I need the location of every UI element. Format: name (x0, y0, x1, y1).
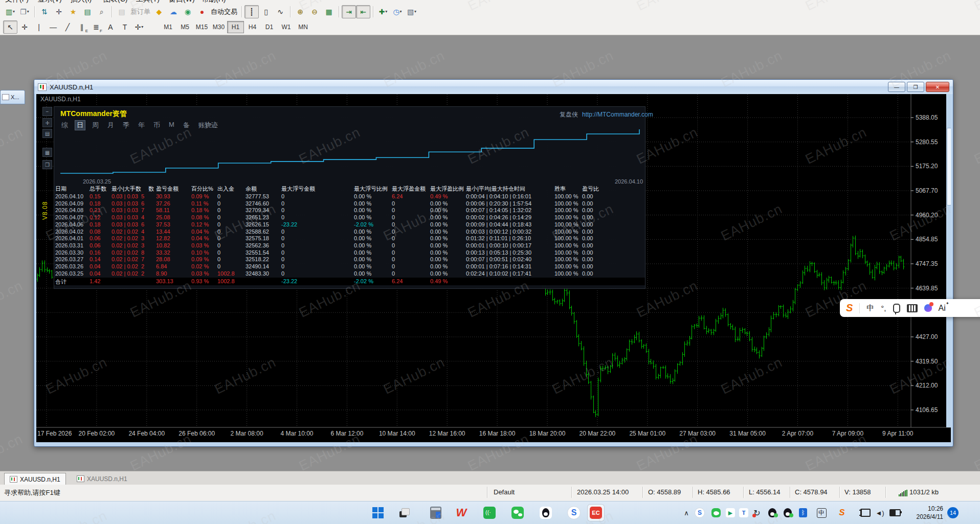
chart-tab[interactable]: XAUUSD.n,H1 (4, 473, 66, 486)
indicators-button[interactable]: ✚▾ (376, 5, 390, 18)
panel-grid-button[interactable]: ▤ (42, 129, 52, 138)
chart-line-button[interactable]: ∿ (273, 5, 287, 18)
panel-move-button[interactable]: ✛ (42, 118, 52, 127)
brand-url[interactable]: http://MTCommander.com (582, 111, 653, 118)
chart-shift-button[interactable]: ⇤ (356, 5, 370, 18)
equidistant-channel-tool[interactable]: ∥E (75, 20, 89, 34)
chart-scrollbar[interactable] (946, 94, 951, 427)
auto-scroll-button[interactable]: ⇥ (342, 5, 356, 18)
vertical-line-tool[interactable]: | (32, 20, 46, 34)
timeframe-m5[interactable]: M5 (176, 21, 193, 33)
panel-layout-button[interactable]: ▦ (42, 148, 52, 157)
restore-button[interactable]: ❐ (907, 82, 924, 92)
punctuation-icon[interactable]: °, (881, 304, 886, 312)
taskbar-app-docer-icon[interactable] (481, 504, 498, 521)
taskbar-app-wechat-icon[interactable] (509, 504, 526, 521)
menu-item[interactable]: 窗口(W) (169, 0, 195, 4)
taskbar-app-sogou-browser-icon[interactable]: S (565, 504, 583, 521)
panel-menu-item-日[interactable]: 日 (75, 120, 85, 130)
tray-qq-icon[interactable] (766, 504, 778, 521)
menu-item[interactable]: 图表(C) (103, 0, 127, 4)
menu-item[interactable]: 文件(F) (5, 0, 29, 4)
signals-button[interactable]: ◉ (181, 5, 195, 18)
periods-button[interactable]: ◷▾ (390, 5, 405, 18)
sogou-tools-icon[interactable] (924, 304, 932, 312)
crosshair-tool[interactable]: ✛ (17, 20, 32, 34)
minimized-chart-window[interactable]: X... (0, 90, 25, 104)
taskbar-app-task-view-icon[interactable] (396, 504, 413, 521)
arrows-tool[interactable]: ✢▾ (132, 20, 146, 34)
panel-menu-item-月[interactable]: 月 (105, 120, 116, 130)
timeframe-m30[interactable]: M30 (210, 21, 227, 33)
timeframe-m15[interactable]: M15 (193, 21, 210, 33)
timeframe-d1[interactable]: D1 (261, 21, 278, 33)
new-chart-button[interactable]: ▥▾ (3, 5, 17, 18)
chart-window-titlebar[interactable]: XAUUSD.n,H1 — ❐ ✕ (34, 80, 953, 94)
notification-badge[interactable]: 14 (947, 507, 959, 518)
panel-menu-item-币[interactable]: 币 (151, 120, 162, 130)
panel-menu-item-账户[interactable]: 账户 (196, 120, 214, 130)
timeframe-h1[interactable]: H1 (227, 21, 244, 33)
tray-thunder-icon[interactable]: T (738, 504, 750, 521)
tray-qq2-icon[interactable] (782, 504, 794, 521)
trendline-tool[interactable]: ╱ (60, 20, 75, 34)
clock[interactable]: 10:26 2026/4/11 (906, 505, 943, 521)
navigator-button[interactable]: ★ (66, 5, 80, 18)
minimize-button[interactable]: — (888, 82, 905, 92)
ime-mode-icon[interactable]: 中 (866, 303, 874, 313)
scrollbar-thumb[interactable] (947, 128, 951, 206)
timeframe-h4[interactable]: H4 (244, 21, 261, 33)
keyboard-icon[interactable] (907, 304, 918, 312)
tray-speaker-icon[interactable]: ◄) (874, 504, 886, 521)
ai-assistant-icon[interactable]: Ai (939, 304, 946, 313)
tray-player-icon[interactable]: ▶ (724, 504, 737, 521)
chart-candles-button[interactable]: ▯ (259, 5, 273, 18)
taskbar-app-wps-icon[interactable]: W (453, 504, 470, 521)
timeframe-w1[interactable]: W1 (278, 21, 295, 33)
panel-menu-item-周[interactable]: 周 (90, 120, 101, 130)
panel-menu-item-综[interactable]: 综 (59, 120, 70, 130)
auto-trading-button[interactable]: ● (195, 5, 209, 18)
tray-monitor-icon[interactable] (859, 504, 872, 521)
text-label-tool[interactable]: T (118, 20, 132, 34)
chart-bars-button[interactable]: ┋ (244, 5, 259, 18)
market-watch-button[interactable]: ⇅ (37, 5, 52, 18)
menu-item[interactable]: 插入(I) (71, 0, 92, 4)
fibonacci-tool[interactable]: ≣F (89, 20, 103, 34)
templates-button[interactable]: ▧▾ (405, 5, 419, 18)
menu-item[interactable]: 显示(V) (38, 0, 62, 4)
tray-sogou-input-icon[interactable]: S (836, 504, 848, 521)
timeframe-m1[interactable]: M1 (160, 21, 176, 33)
publish-button[interactable]: ☁ (166, 5, 181, 18)
profiles-button[interactable]: ❐▾ (17, 5, 32, 18)
tray-sogou-browser-icon[interactable]: S (694, 504, 706, 521)
panel-menu-item-季[interactable]: 季 (121, 120, 131, 130)
tray-wechat-icon[interactable] (710, 504, 722, 521)
data-window-button[interactable]: ✛ (52, 5, 66, 18)
cursor-tool[interactable]: ↖ (3, 20, 17, 34)
close-button[interactable]: ✕ (926, 82, 949, 92)
zoom-in-button[interactable]: ⊕ (293, 5, 307, 18)
tray-sync-icon[interactable]: ↻ (751, 504, 763, 521)
menu-item[interactable]: 工具(T) (136, 0, 160, 4)
panel-menu-item-年[interactable]: 年 (136, 120, 147, 130)
taskbar-app-calculator-icon[interactable] (427, 504, 444, 521)
microphone-icon[interactable] (893, 304, 900, 313)
new-order-button-label[interactable]: 新订单 (130, 7, 150, 16)
zoom-out-button[interactable]: ⊖ (307, 5, 322, 18)
tray-ime-mode-icon[interactable]: 中 (815, 504, 828, 521)
taskbar-app-qq-icon[interactable] (537, 504, 554, 521)
taskbar-app-ec-icon[interactable]: EC (587, 504, 605, 521)
terminal-button[interactable]: ▤ (80, 5, 95, 18)
timeframe-mn[interactable]: MN (295, 21, 311, 33)
panel-minimize-button[interactable]: − (42, 107, 52, 116)
tray-battery-icon[interactable] (889, 504, 901, 521)
tray-bluetooth-icon[interactable]: ᛒ (797, 504, 809, 521)
horizontal-line-tool[interactable]: — (46, 20, 60, 34)
chart-tab[interactable]: XAUUSD.n,H1 (72, 473, 132, 485)
taskbar-app-start-icon[interactable] (369, 504, 387, 521)
new-order-button[interactable]: ▤ (115, 5, 129, 18)
tray-chevron-icon[interactable]: ∧ (680, 504, 693, 521)
tile-windows-button[interactable]: ▦ (322, 5, 336, 18)
auto-trading-button-label[interactable]: 自动交易 (211, 7, 237, 16)
